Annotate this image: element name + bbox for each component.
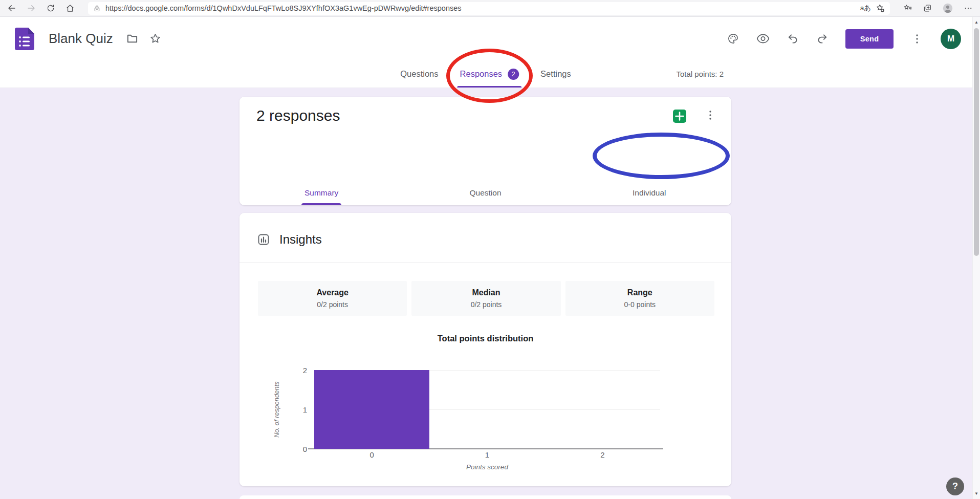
account-avatar[interactable]: M <box>941 29 961 49</box>
chart-title: Total points distribution <box>239 334 731 343</box>
x-tick-label: 1 <box>429 450 545 459</box>
lock-icon <box>93 5 101 12</box>
create-spreadsheet-icon[interactable] <box>672 109 687 123</box>
total-points-label: Total points: 2 <box>676 60 724 88</box>
insights-header: Insights <box>258 232 322 247</box>
stat-average-label: Average <box>316 288 349 297</box>
stat-range-label: Range <box>627 288 652 297</box>
back-icon[interactable] <box>7 4 16 13</box>
header-more-icon[interactable] <box>911 33 923 45</box>
stat-median: Median 0/2 points <box>411 281 560 316</box>
insights-divider <box>239 263 731 263</box>
form-tab-bar: Questions Responses 2 Settings Total poi… <box>0 60 972 88</box>
translate-icon[interactable]: aあ <box>860 4 871 13</box>
y-tick-label: 1 <box>272 405 307 414</box>
x-tick-label: 0 <box>314 450 429 459</box>
stat-average: Average 0/2 points <box>258 281 407 316</box>
redo-icon[interactable] <box>816 33 828 45</box>
insights-card: Insights Average 0/2 points Median 0/2 p… <box>239 213 731 486</box>
tab-responses-label: Responses <box>460 69 503 79</box>
browser-profile-avatar[interactable] <box>942 3 953 14</box>
scrollbar-down-icon[interactable]: ▼ <box>973 491 980 496</box>
tab-questions[interactable]: Questions <box>400 69 438 79</box>
bar-0 <box>314 370 429 449</box>
preview-eye-icon[interactable] <box>756 33 770 45</box>
subtab-summary[interactable]: Summary <box>239 181 403 205</box>
stat-range-value: 0-0 points <box>624 300 656 309</box>
responses-count-title: 2 responses <box>256 107 340 124</box>
scrollbar-thumb[interactable] <box>974 28 979 256</box>
responses-card: 2 responses Accepting responses Summary … <box>239 97 731 205</box>
star-icon[interactable] <box>149 33 161 45</box>
forms-logo-icon[interactable] <box>15 28 34 50</box>
y-tick-label: 0 <box>272 445 307 453</box>
next-card-edge <box>239 495 731 499</box>
browser-menu-icon[interactable] <box>964 4 973 13</box>
help-button[interactable]: ? <box>946 478 964 495</box>
stat-median-label: Median <box>472 288 500 297</box>
collections-icon[interactable] <box>923 4 932 13</box>
forward-icon[interactable] <box>27 4 36 13</box>
send-button[interactable]: Send <box>845 29 894 49</box>
stat-range: Range 0-0 points <box>565 281 714 316</box>
insights-stats-row: Average 0/2 points Median 0/2 points Ran… <box>258 281 714 316</box>
stat-median-value: 0/2 points <box>471 300 502 309</box>
address-bar[interactable]: https://docs.google.com/forms/d/1QwhDxVd… <box>88 2 890 15</box>
responses-more-icon[interactable] <box>704 109 716 121</box>
page-scrollbar[interactable]: ▲ ▼ <box>972 17 980 499</box>
home-icon[interactable] <box>66 4 75 13</box>
undo-icon[interactable] <box>787 33 799 45</box>
subtab-summary-label: Summary <box>304 188 338 198</box>
google-forms-responses-page: https://docs.google.com/forms/d/1QwhDxVd… <box>0 0 980 499</box>
stat-average-value: 0/2 points <box>317 300 348 309</box>
browser-toolbar: https://docs.google.com/forms/d/1QwhDxVd… <box>0 0 980 17</box>
chart-plot <box>314 370 660 449</box>
x-tick-label: 2 <box>545 450 660 459</box>
subtab-individual-label: Individual <box>633 188 666 198</box>
header-actions: Send M <box>727 29 961 49</box>
y-tick-label: 2 <box>272 366 307 375</box>
responses-count-badge: 2 <box>508 69 519 80</box>
subtab-active-underline <box>301 203 341 205</box>
favorites-hub-icon[interactable] <box>903 4 912 13</box>
browser-toolbar-right <box>903 3 973 14</box>
chart-x-ticks: 012 <box>314 450 660 459</box>
insights-title: Insights <box>279 232 322 247</box>
insights-chart-icon <box>258 234 269 245</box>
add-favorite-icon[interactable] <box>876 4 885 13</box>
chart-x-axis-label: Points scored <box>314 463 660 471</box>
tab-settings[interactable]: Settings <box>540 69 571 79</box>
active-tab-underline <box>458 86 522 88</box>
responses-subtabs: Summary Question Individual <box>239 181 731 205</box>
subtab-question-label: Question <box>469 188 501 198</box>
theme-palette-icon[interactable] <box>727 33 739 45</box>
forms-header: Blank Quiz Send M <box>0 17 972 60</box>
subtab-individual[interactable]: Individual <box>568 181 731 205</box>
refresh-icon[interactable] <box>46 4 55 13</box>
scrollbar-up-icon[interactable]: ▲ <box>973 20 980 25</box>
chart-y-ticks: 012 <box>272 370 307 449</box>
move-folder-icon[interactable] <box>126 33 138 45</box>
subtab-question[interactable]: Question <box>403 181 567 205</box>
form-title[interactable]: Blank Quiz <box>49 31 113 47</box>
form-title-actions <box>126 33 161 45</box>
tab-responses[interactable]: Responses 2 <box>460 60 519 88</box>
url-text[interactable]: https://docs.google.com/forms/d/1QwhDxVd… <box>105 4 856 12</box>
